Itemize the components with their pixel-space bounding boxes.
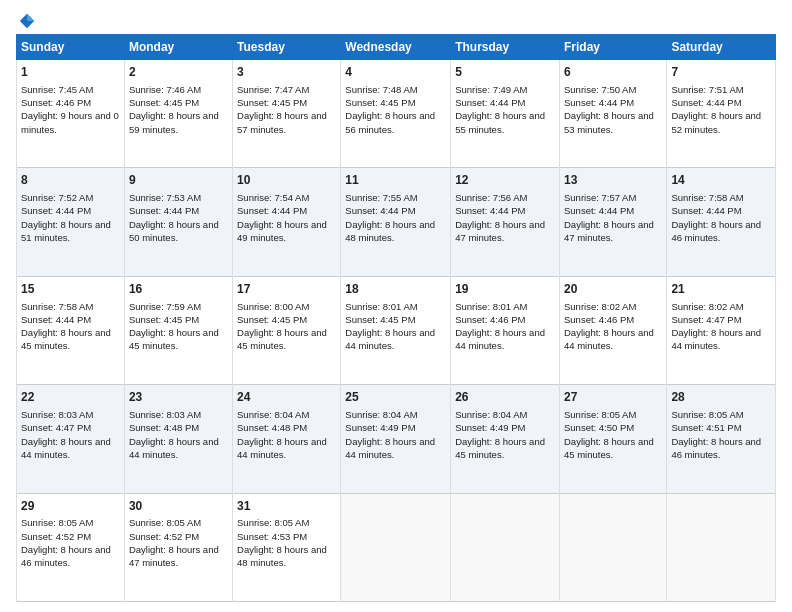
- col-wednesday: Wednesday: [341, 35, 451, 60]
- daylight-text: Daylight: 8 hours and 44 minutes.: [237, 436, 327, 460]
- sunset-text: Sunset: 4:48 PM: [129, 422, 199, 433]
- sunrise-text: Sunrise: 7:46 AM: [129, 84, 201, 95]
- daylight-text: Daylight: 8 hours and 51 minutes.: [21, 219, 111, 243]
- sunrise-text: Sunrise: 7:49 AM: [455, 84, 527, 95]
- table-row: 12Sunrise: 7:56 AMSunset: 4:44 PMDayligh…: [451, 168, 560, 276]
- day-number: 12: [455, 172, 555, 189]
- daylight-text: Daylight: 8 hours and 49 minutes.: [237, 219, 327, 243]
- daylight-text: Daylight: 8 hours and 59 minutes.: [129, 110, 219, 134]
- table-row: 24Sunrise: 8:04 AMSunset: 4:48 PMDayligh…: [233, 385, 341, 493]
- sunrise-text: Sunrise: 8:04 AM: [345, 409, 417, 420]
- day-number: 7: [671, 64, 771, 81]
- sunrise-text: Sunrise: 7:45 AM: [21, 84, 93, 95]
- daylight-text: Daylight: 8 hours and 44 minutes.: [345, 327, 435, 351]
- table-row: 17Sunrise: 8:00 AMSunset: 4:45 PMDayligh…: [233, 276, 341, 384]
- day-number: 11: [345, 172, 446, 189]
- sunrise-text: Sunrise: 8:05 AM: [564, 409, 636, 420]
- sunset-text: Sunset: 4:44 PM: [455, 97, 525, 108]
- table-row: 11Sunrise: 7:55 AMSunset: 4:44 PMDayligh…: [341, 168, 451, 276]
- table-row: 8Sunrise: 7:52 AMSunset: 4:44 PMDaylight…: [17, 168, 125, 276]
- table-row: 29Sunrise: 8:05 AMSunset: 4:52 PMDayligh…: [17, 493, 125, 601]
- sunset-text: Sunset: 4:52 PM: [21, 531, 91, 542]
- daylight-text: Daylight: 8 hours and 44 minutes.: [564, 327, 654, 351]
- sunrise-text: Sunrise: 7:57 AM: [564, 192, 636, 203]
- table-row: 18Sunrise: 8:01 AMSunset: 4:45 PMDayligh…: [341, 276, 451, 384]
- day-number: 30: [129, 498, 228, 515]
- table-row: 6Sunrise: 7:50 AMSunset: 4:44 PMDaylight…: [559, 60, 666, 168]
- daylight-text: Daylight: 8 hours and 45 minutes.: [21, 327, 111, 351]
- daylight-text: Daylight: 9 hours and 0 minutes.: [21, 110, 119, 134]
- sunrise-text: Sunrise: 8:05 AM: [671, 409, 743, 420]
- day-number: 20: [564, 281, 662, 298]
- sunrise-text: Sunrise: 8:04 AM: [237, 409, 309, 420]
- table-row: 22Sunrise: 8:03 AMSunset: 4:47 PMDayligh…: [17, 385, 125, 493]
- sunrise-text: Sunrise: 7:50 AM: [564, 84, 636, 95]
- col-tuesday: Tuesday: [233, 35, 341, 60]
- daylight-text: Daylight: 8 hours and 56 minutes.: [345, 110, 435, 134]
- sunset-text: Sunset: 4:44 PM: [564, 97, 634, 108]
- sunrise-text: Sunrise: 8:05 AM: [237, 517, 309, 528]
- sunrise-text: Sunrise: 7:54 AM: [237, 192, 309, 203]
- calendar-week-row: 29Sunrise: 8:05 AMSunset: 4:52 PMDayligh…: [17, 493, 776, 601]
- sunset-text: Sunset: 4:45 PM: [129, 97, 199, 108]
- daylight-text: Daylight: 8 hours and 46 minutes.: [671, 219, 761, 243]
- table-row: 27Sunrise: 8:05 AMSunset: 4:50 PMDayligh…: [559, 385, 666, 493]
- sunset-text: Sunset: 4:45 PM: [129, 314, 199, 325]
- col-friday: Friday: [559, 35, 666, 60]
- day-number: 6: [564, 64, 662, 81]
- sunrise-text: Sunrise: 8:05 AM: [129, 517, 201, 528]
- sunset-text: Sunset: 4:45 PM: [237, 314, 307, 325]
- sunset-text: Sunset: 4:44 PM: [21, 205, 91, 216]
- daylight-text: Daylight: 8 hours and 55 minutes.: [455, 110, 545, 134]
- day-number: 22: [21, 389, 120, 406]
- day-number: 26: [455, 389, 555, 406]
- daylight-text: Daylight: 8 hours and 47 minutes.: [129, 544, 219, 568]
- table-row: 14Sunrise: 7:58 AMSunset: 4:44 PMDayligh…: [667, 168, 776, 276]
- sunset-text: Sunset: 4:51 PM: [671, 422, 741, 433]
- daylight-text: Daylight: 8 hours and 46 minutes.: [21, 544, 111, 568]
- sunset-text: Sunset: 4:53 PM: [237, 531, 307, 542]
- calendar-week-row: 15Sunrise: 7:58 AMSunset: 4:44 PMDayligh…: [17, 276, 776, 384]
- table-row: [451, 493, 560, 601]
- sunrise-text: Sunrise: 8:01 AM: [455, 301, 527, 312]
- day-number: 9: [129, 172, 228, 189]
- sunrise-text: Sunrise: 7:51 AM: [671, 84, 743, 95]
- day-number: 13: [564, 172, 662, 189]
- table-row: 5Sunrise: 7:49 AMSunset: 4:44 PMDaylight…: [451, 60, 560, 168]
- sunset-text: Sunset: 4:44 PM: [129, 205, 199, 216]
- logo-icon: [18, 12, 36, 30]
- daylight-text: Daylight: 8 hours and 57 minutes.: [237, 110, 327, 134]
- sunset-text: Sunset: 4:44 PM: [237, 205, 307, 216]
- daylight-text: Daylight: 8 hours and 48 minutes.: [345, 219, 435, 243]
- daylight-text: Daylight: 8 hours and 44 minutes.: [21, 436, 111, 460]
- daylight-text: Daylight: 8 hours and 48 minutes.: [237, 544, 327, 568]
- sunset-text: Sunset: 4:49 PM: [455, 422, 525, 433]
- daylight-text: Daylight: 8 hours and 45 minutes.: [564, 436, 654, 460]
- table-row: [341, 493, 451, 601]
- day-number: 4: [345, 64, 446, 81]
- sunset-text: Sunset: 4:47 PM: [21, 422, 91, 433]
- day-number: 3: [237, 64, 336, 81]
- sunset-text: Sunset: 4:49 PM: [345, 422, 415, 433]
- table-row: 4Sunrise: 7:48 AMSunset: 4:45 PMDaylight…: [341, 60, 451, 168]
- sunset-text: Sunset: 4:44 PM: [564, 205, 634, 216]
- sunset-text: Sunset: 4:46 PM: [455, 314, 525, 325]
- page: Sunday Monday Tuesday Wednesday Thursday…: [0, 0, 792, 612]
- table-row: 13Sunrise: 7:57 AMSunset: 4:44 PMDayligh…: [559, 168, 666, 276]
- daylight-text: Daylight: 8 hours and 44 minutes.: [455, 327, 545, 351]
- header: [16, 12, 776, 26]
- day-number: 14: [671, 172, 771, 189]
- daylight-text: Daylight: 8 hours and 47 minutes.: [564, 219, 654, 243]
- daylight-text: Daylight: 8 hours and 46 minutes.: [671, 436, 761, 460]
- logo-text: [16, 12, 36, 30]
- sunrise-text: Sunrise: 8:04 AM: [455, 409, 527, 420]
- table-row: 15Sunrise: 7:58 AMSunset: 4:44 PMDayligh…: [17, 276, 125, 384]
- daylight-text: Daylight: 8 hours and 47 minutes.: [455, 219, 545, 243]
- calendar-week-row: 8Sunrise: 7:52 AMSunset: 4:44 PMDaylight…: [17, 168, 776, 276]
- daylight-text: Daylight: 8 hours and 45 minutes.: [237, 327, 327, 351]
- table-row: 28Sunrise: 8:05 AMSunset: 4:51 PMDayligh…: [667, 385, 776, 493]
- table-row: 23Sunrise: 8:03 AMSunset: 4:48 PMDayligh…: [124, 385, 232, 493]
- sunrise-text: Sunrise: 8:03 AM: [21, 409, 93, 420]
- sunrise-text: Sunrise: 8:00 AM: [237, 301, 309, 312]
- daylight-text: Daylight: 8 hours and 53 minutes.: [564, 110, 654, 134]
